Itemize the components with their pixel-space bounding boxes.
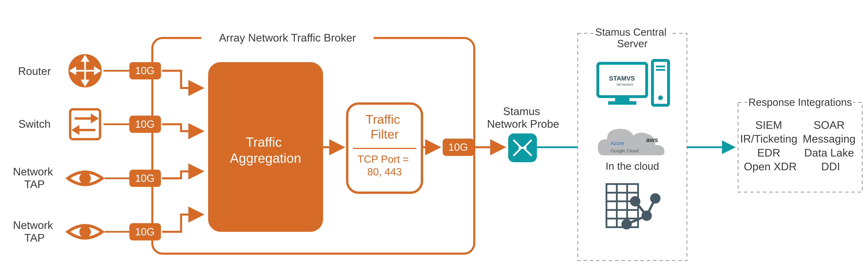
port-10g: 10G xyxy=(129,62,161,79)
svg-point-60 xyxy=(651,195,659,203)
svg-point-61 xyxy=(631,197,639,205)
svg-text:Stamus
      Network Probe: Stamus Network Probe xyxy=(487,105,559,130)
tap1-label-line2: TAP xyxy=(24,178,45,190)
traffic-filter: Traffic Filter TCP Port = 80, 443 xyxy=(347,103,422,193)
svg-text:STAMVS: STAMVS xyxy=(609,75,635,82)
broker-title: Array Network Traffic Broker xyxy=(219,32,356,44)
source-switch: Switch xyxy=(19,109,100,139)
port-10g: 10G xyxy=(129,170,161,187)
svg-text:10G: 10G xyxy=(448,141,468,153)
svg-point-13 xyxy=(79,173,91,184)
svg-text:10G: 10G xyxy=(135,65,155,77)
source-tap-1: Network TAP xyxy=(13,166,102,190)
router-label: Router xyxy=(18,65,51,77)
svg-text:10G: 10G xyxy=(135,172,155,184)
svg-text:10G: 10G xyxy=(135,226,155,238)
response-title: Response Integrations xyxy=(748,96,852,108)
switch-icon xyxy=(70,109,100,139)
svg-rect-39 xyxy=(615,96,629,101)
svg-point-44 xyxy=(658,95,663,100)
cloud-caption: In the cloud xyxy=(606,160,659,172)
eye-icon xyxy=(68,172,102,185)
connector xyxy=(162,215,201,232)
svg-text:10G: 10G xyxy=(135,118,155,130)
svg-point-59 xyxy=(643,212,651,220)
tap1-label-line1: Network xyxy=(13,166,53,178)
svg-rect-43 xyxy=(656,69,665,71)
response-integrations: Response Integrations SIEM IR/Ticketing … xyxy=(738,96,862,192)
cloud-icon: aws Azure Google Cloud xyxy=(598,129,664,155)
svg-text:Azure: Azure xyxy=(610,140,624,146)
svg-point-15 xyxy=(79,226,91,238)
svg-text:NETWORKS: NETWORKS xyxy=(617,83,633,86)
response-col2: SOAR Messaging Data Lake DDI xyxy=(803,119,859,173)
svg-text:Network
      TAP: Network TAP xyxy=(13,219,56,244)
svg-text:Stamus Central
      Server: Stamus Central Server xyxy=(595,26,670,50)
connector xyxy=(162,124,201,131)
response-col1: SIEM IR/Ticketing EDR Open XDR xyxy=(740,119,801,173)
svg-text:Network
      TAP: Network TAP xyxy=(13,166,56,190)
svg-point-58 xyxy=(623,220,631,228)
source-router: Router xyxy=(18,54,102,88)
svg-text:Google Cloud: Google Cloud xyxy=(610,148,639,153)
diagram-canvas: Router Switch Network TAP xyxy=(0,0,868,267)
datacenter-icon xyxy=(607,184,659,228)
eye-icon xyxy=(68,226,102,238)
port-10g: 10G xyxy=(129,223,161,241)
svg-rect-40 xyxy=(608,101,636,105)
tap2-label-line2: TAP xyxy=(24,232,45,244)
monitor-icon: STAMVS NETWORKS xyxy=(598,60,669,105)
port-10g: 10G xyxy=(129,116,161,133)
connector xyxy=(162,171,201,178)
source-tap-2: Network TAP xyxy=(13,219,102,244)
svg-text:aws: aws xyxy=(646,136,658,143)
svg-rect-42 xyxy=(656,66,665,67)
switch-label: Switch xyxy=(19,118,51,130)
stamus-central: Stamus Central Server STAMVS NETWORKS aw… xyxy=(578,26,687,261)
stamus-probe: Stamus Network Probe xyxy=(487,105,559,162)
port-10g-output: 10G xyxy=(443,139,474,156)
tap2-label-line1: Network xyxy=(13,219,53,231)
connector xyxy=(162,71,201,88)
